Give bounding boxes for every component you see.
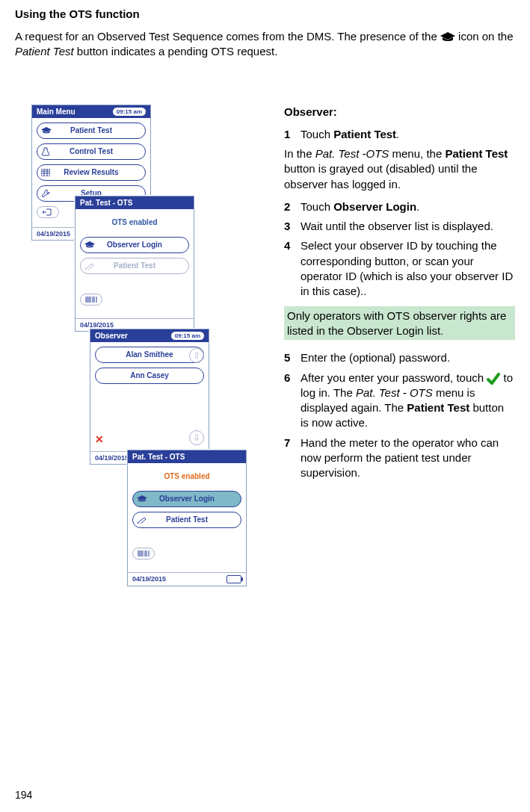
step-5-text: Enter the (optional) password. — [301, 350, 515, 365]
screen4-patient-test: Patient Test — [166, 515, 208, 524]
step-2-num: 2 — [284, 199, 301, 214]
note-box: Only operators with OTS observer rights … — [284, 306, 515, 340]
scroll-down-button[interactable]: ⇩ — [189, 430, 204, 445]
step-5: 5 Enter the (optional) password. — [284, 350, 515, 365]
graduation-cap-icon — [84, 241, 95, 249]
step-6-italic: Pat. Test - OTS — [356, 386, 433, 399]
screen-pat-test-ots-2: Pat. Test - OTS OTS enabled Observer Log… — [127, 450, 247, 586]
intro-text-2: icon on the — [458, 30, 513, 43]
btn-control-test[interactable]: Control Test — [37, 143, 146, 160]
after-s1-c: button is grayed out (disabled) until th… — [284, 162, 478, 190]
btn-patient-test-enabled[interactable]: Patient Test — [132, 512, 241, 528]
screen1-date: 04/19/2015 — [37, 230, 70, 238]
cancel-button[interactable]: ✕ — [95, 433, 104, 445]
screen1-title: Main Menu — [37, 108, 76, 116]
wrench-icon — [41, 189, 50, 198]
intro-paragraph: A request for an Observed Test Sequence … — [15, 29, 515, 60]
screen1-item-2: Review Results — [64, 168, 118, 176]
flask-icon — [41, 147, 50, 156]
step-4-num: 4 — [284, 238, 301, 299]
instructions-column: Observer: 1 Touch Patient Test. In the P… — [284, 105, 515, 486]
step-7-text: Hand the meter to the operator who can n… — [301, 436, 515, 481]
btn-observer-login-disabled[interactable]: Observer Login — [80, 237, 189, 253]
scroll-up-button[interactable]: ⇧ — [189, 348, 204, 363]
barcode-icon — [85, 296, 97, 303]
step-2-bold: Observer Login — [333, 200, 416, 213]
screen1-item-0: Patient Test — [70, 126, 112, 134]
btn-patient-test-disabled: Patient Test — [80, 258, 189, 274]
btn-review-results[interactable]: Review Results — [37, 164, 146, 181]
step-5-num: 5 — [284, 350, 301, 365]
intro-button-ref: Patient Test — [15, 45, 74, 58]
step-1-text-a: Touch — [301, 128, 333, 140]
step-7-num: 7 — [284, 436, 301, 481]
svg-rect-0 — [41, 169, 50, 176]
screen2-patient-test: Patient Test — [114, 261, 155, 270]
step-6-num: 6 — [284, 371, 301, 431]
screen2-observer-login: Observer Login — [107, 241, 162, 249]
step-7: 7 Hand the meter to the operator who can… — [284, 436, 515, 481]
page-number: 194 — [15, 789, 32, 801]
observer-item-1[interactable]: Ann Casey — [95, 368, 204, 384]
intro-text-3: button indicates a pending OTS request. — [77, 45, 278, 58]
screen4-title: Pat. Test - OTS — [132, 453, 185, 461]
btn-observer-login-active[interactable]: Observer Login — [132, 491, 241, 507]
graduation-cap-icon — [440, 32, 455, 43]
step-2-text-b: . — [416, 200, 419, 213]
barcode-button[interactable] — [80, 294, 102, 306]
step-3-num: 3 — [284, 219, 301, 234]
intro-text-1: A request for an Observed Test Sequence … — [15, 30, 440, 43]
graduation-cap-icon — [137, 495, 147, 503]
step-1: 1 Touch Patient Test. — [284, 127, 515, 142]
barcode-icon — [138, 550, 150, 557]
strip-icon — [137, 516, 147, 524]
step-1-bold: Patient Test — [333, 128, 396, 140]
step-3: 3 Wait until the observer list is displa… — [284, 219, 515, 234]
observer-heading: Observer: — [284, 105, 337, 118]
screen3-date: 04/19/2015 — [95, 454, 129, 462]
screen4-ots-label: OTS enabled — [132, 472, 241, 480]
step-1-num: 1 — [284, 127, 301, 142]
screen4-observer-login: Observer Login — [159, 495, 215, 503]
observer-item-1-label: Ann Casey — [130, 371, 169, 379]
barcode-button[interactable] — [132, 548, 155, 560]
after-s1-b: menu, the — [389, 147, 445, 160]
step-4-text: Select your observer ID by touching the … — [301, 238, 515, 299]
screen3-title: Observer — [95, 332, 128, 340]
step-3-text: Wait until the observer list is displaye… — [301, 219, 515, 234]
logout-button[interactable] — [37, 206, 59, 218]
step-6: 6 After you enter your password, touch t… — [284, 371, 515, 431]
screen2-title: Pat. Test - OTS — [80, 199, 132, 207]
screen3-time: 09:15 am — [171, 332, 204, 340]
table-icon — [41, 169, 50, 176]
step-2: 2 Touch Observer Login. — [284, 199, 515, 214]
observer-item-0-label: Alan Smithee — [126, 350, 173, 359]
screen-pat-test-ots-1: Pat. Test - OTS OTS enabled Observer Log… — [75, 196, 194, 332]
screen1-time: 09:15 am — [113, 108, 146, 116]
strip-icon — [84, 262, 95, 270]
after-s1-bold: Patient Test — [445, 147, 508, 160]
screen2-date: 04/19/2015 — [80, 321, 114, 329]
step-4: 4 Select your observer ID by touching th… — [284, 238, 515, 299]
logout-icon — [42, 208, 54, 216]
screen4-date: 04/19/2015 — [132, 575, 166, 583]
screen-observer-list: Observer 09:15 am Alan Smithee Ann Casey… — [90, 329, 209, 465]
after-s1-a: In the — [284, 147, 315, 160]
graduation-cap-icon — [41, 127, 52, 134]
battery-icon — [227, 575, 241, 583]
screen1-item-1: Control Test — [70, 147, 113, 155]
step-6-text-a: After you enter your password, touch — [301, 371, 487, 384]
step-2-text-a: Touch — [301, 200, 333, 213]
after-s1-italic: Pat. Test -OTS — [315, 147, 389, 160]
after-step1-para: In the Pat. Test -OTS menu, the Patient … — [284, 146, 515, 192]
observer-item-0[interactable]: Alan Smithee — [95, 347, 204, 363]
btn-patient-test[interactable]: Patient Test — [37, 123, 146, 139]
step-6-bold: Patient Test — [407, 401, 469, 414]
step-1-text-b: . — [396, 128, 399, 140]
screen2-ots-label: OTS enabled — [80, 218, 189, 226]
screens-figure: Main Menu 09:15 am Patient Test Control … — [15, 105, 269, 613]
checkmark-icon — [487, 373, 500, 385]
section-heading: Using the OTS function — [15, 7, 515, 20]
